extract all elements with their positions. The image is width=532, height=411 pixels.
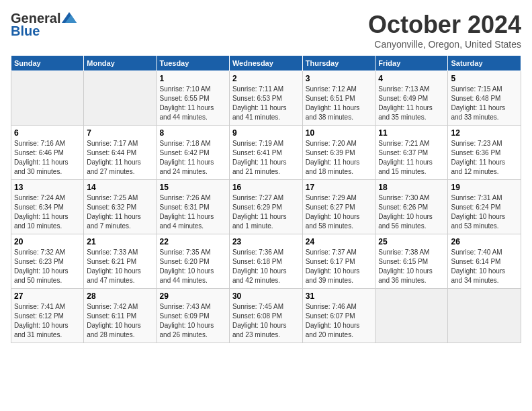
day-info: Sunrise: 7:38 AMSunset: 6:15 PMDaylight:… [378, 248, 445, 285]
day-number: 23 [232, 237, 300, 246]
calendar-cell [375, 289, 448, 343]
calendar-cell: 17Sunrise: 7:29 AMSunset: 6:27 PMDayligh… [302, 180, 375, 234]
day-number: 21 [87, 237, 153, 246]
calendar-week-row: 13Sunrise: 7:24 AMSunset: 6:34 PMDayligh… [11, 180, 521, 234]
day-info: Sunrise: 7:26 AMSunset: 6:31 PMDaylight:… [160, 193, 226, 231]
day-info: Sunrise: 7:12 AMSunset: 6:51 PMDaylight:… [306, 85, 373, 122]
day-number: 18 [378, 183, 445, 192]
calendar-week-row: 20Sunrise: 7:32 AMSunset: 6:23 PMDayligh… [11, 234, 521, 289]
calendar-cell: 3Sunrise: 7:12 AMSunset: 6:51 PMDaylight… [302, 71, 375, 126]
weekday-header: Tuesday [157, 56, 229, 71]
location-title: Canyonville, Oregon, United States [368, 39, 521, 50]
day-info: Sunrise: 7:19 AMSunset: 6:41 PMDaylight:… [232, 139, 300, 177]
day-info: Sunrise: 7:32 AMSunset: 6:23 PMDaylight:… [14, 248, 81, 285]
page-header: General Blue October 2024 Canyonville, O… [11, 11, 521, 50]
day-info: Sunrise: 7:20 AMSunset: 6:39 PMDaylight:… [306, 139, 373, 177]
calendar-week-row: 1Sunrise: 7:10 AMSunset: 6:55 PMDaylight… [11, 71, 521, 126]
calendar-cell: 24Sunrise: 7:37 AMSunset: 6:17 PMDayligh… [302, 234, 375, 289]
calendar-cell: 8Sunrise: 7:18 AMSunset: 6:42 PMDaylight… [157, 126, 229, 180]
day-info: Sunrise: 7:42 AMSunset: 6:11 PMDaylight:… [87, 302, 153, 340]
calendar-cell: 28Sunrise: 7:42 AMSunset: 6:11 PMDayligh… [84, 289, 157, 343]
calendar-cell [11, 71, 84, 126]
calendar-cell: 9Sunrise: 7:19 AMSunset: 6:41 PMDaylight… [229, 126, 302, 180]
weekday-header: Monday [84, 56, 157, 71]
day-number: 22 [160, 237, 226, 246]
calendar-cell: 1Sunrise: 7:10 AMSunset: 6:55 PMDaylight… [157, 71, 229, 126]
day-number: 4 [378, 74, 445, 83]
day-number: 24 [306, 237, 373, 246]
day-info: Sunrise: 7:18 AMSunset: 6:42 PMDaylight:… [160, 139, 226, 177]
day-number: 20 [14, 237, 81, 246]
calendar-cell: 11Sunrise: 7:21 AMSunset: 6:37 PMDayligh… [375, 126, 448, 180]
day-info: Sunrise: 7:46 AMSunset: 6:07 PMDaylight:… [306, 302, 373, 340]
weekday-header: Friday [375, 56, 448, 71]
calendar-cell: 10Sunrise: 7:20 AMSunset: 6:39 PMDayligh… [302, 126, 375, 180]
day-number: 28 [87, 291, 153, 301]
logo: General Blue [11, 11, 77, 39]
day-info: Sunrise: 7:33 AMSunset: 6:21 PMDaylight:… [87, 248, 153, 285]
weekday-header: Thursday [302, 56, 375, 71]
day-number: 3 [306, 74, 373, 83]
calendar-cell: 2Sunrise: 7:11 AMSunset: 6:53 PMDaylight… [229, 71, 302, 126]
day-info: Sunrise: 7:11 AMSunset: 6:53 PMDaylight:… [232, 85, 300, 122]
calendar-cell [448, 289, 521, 343]
day-info: Sunrise: 7:29 AMSunset: 6:27 PMDaylight:… [306, 193, 373, 231]
day-info: Sunrise: 7:36 AMSunset: 6:18 PMDaylight:… [232, 248, 300, 285]
day-number: 9 [232, 128, 300, 138]
calendar-cell: 6Sunrise: 7:16 AMSunset: 6:46 PMDaylight… [11, 126, 84, 180]
calendar-cell: 20Sunrise: 7:32 AMSunset: 6:23 PMDayligh… [11, 234, 84, 289]
day-number: 7 [87, 128, 153, 138]
day-info: Sunrise: 7:43 AMSunset: 6:09 PMDaylight:… [160, 302, 226, 340]
day-number: 12 [451, 128, 518, 138]
day-info: Sunrise: 7:13 AMSunset: 6:49 PMDaylight:… [378, 85, 445, 122]
day-info: Sunrise: 7:21 AMSunset: 6:37 PMDaylight:… [378, 139, 445, 177]
calendar-cell: 22Sunrise: 7:35 AMSunset: 6:20 PMDayligh… [157, 234, 229, 289]
day-info: Sunrise: 7:24 AMSunset: 6:34 PMDaylight:… [14, 193, 81, 231]
title-block: October 2024 Canyonville, Oregon, United… [368, 11, 521, 50]
weekday-header: Wednesday [229, 56, 302, 71]
day-number: 16 [232, 183, 300, 192]
day-number: 6 [14, 128, 81, 138]
logo-icon [62, 12, 77, 23]
calendar-cell [84, 71, 157, 126]
day-number: 15 [160, 183, 226, 192]
month-title: October 2024 [368, 11, 521, 39]
weekday-header: Saturday [448, 56, 521, 71]
day-number: 14 [87, 183, 153, 192]
calendar-cell: 15Sunrise: 7:26 AMSunset: 6:31 PMDayligh… [157, 180, 229, 234]
calendar-cell: 12Sunrise: 7:23 AMSunset: 6:36 PMDayligh… [448, 126, 521, 180]
day-info: Sunrise: 7:45 AMSunset: 6:08 PMDaylight:… [232, 302, 300, 340]
calendar-cell: 13Sunrise: 7:24 AMSunset: 6:34 PMDayligh… [11, 180, 84, 234]
day-info: Sunrise: 7:23 AMSunset: 6:36 PMDaylight:… [451, 139, 518, 177]
day-info: Sunrise: 7:15 AMSunset: 6:48 PMDaylight:… [451, 85, 518, 122]
day-number: 8 [160, 128, 226, 138]
calendar-cell: 29Sunrise: 7:43 AMSunset: 6:09 PMDayligh… [157, 289, 229, 343]
calendar-cell: 23Sunrise: 7:36 AMSunset: 6:18 PMDayligh… [229, 234, 302, 289]
calendar-cell: 5Sunrise: 7:15 AMSunset: 6:48 PMDaylight… [448, 71, 521, 126]
day-number: 30 [232, 291, 300, 301]
day-number: 25 [378, 237, 445, 246]
day-number: 27 [14, 291, 81, 301]
calendar-cell: 7Sunrise: 7:17 AMSunset: 6:44 PMDaylight… [84, 126, 157, 180]
day-number: 2 [232, 74, 300, 83]
calendar-cell: 18Sunrise: 7:30 AMSunset: 6:26 PMDayligh… [375, 180, 448, 234]
day-number: 1 [160, 74, 226, 83]
day-number: 29 [160, 291, 226, 301]
calendar-cell: 21Sunrise: 7:33 AMSunset: 6:21 PMDayligh… [84, 234, 157, 289]
day-info: Sunrise: 7:30 AMSunset: 6:26 PMDaylight:… [378, 193, 445, 231]
day-number: 5 [451, 74, 518, 83]
calendar-cell: 31Sunrise: 7:46 AMSunset: 6:07 PMDayligh… [302, 289, 375, 343]
day-number: 10 [306, 128, 373, 138]
calendar-week-row: 27Sunrise: 7:41 AMSunset: 6:12 PMDayligh… [11, 289, 521, 343]
calendar-cell: 14Sunrise: 7:25 AMSunset: 6:32 PMDayligh… [84, 180, 157, 234]
day-info: Sunrise: 7:27 AMSunset: 6:29 PMDaylight:… [232, 193, 300, 231]
day-number: 13 [14, 183, 81, 192]
day-number: 26 [451, 237, 518, 246]
calendar-cell: 16Sunrise: 7:27 AMSunset: 6:29 PMDayligh… [229, 180, 302, 234]
logo-blue: Blue [11, 24, 40, 39]
day-info: Sunrise: 7:37 AMSunset: 6:17 PMDaylight:… [306, 248, 373, 285]
calendar-cell: 26Sunrise: 7:40 AMSunset: 6:14 PMDayligh… [448, 234, 521, 289]
day-info: Sunrise: 7:17 AMSunset: 6:44 PMDaylight:… [87, 139, 153, 177]
weekday-header: Sunday [11, 56, 84, 71]
day-info: Sunrise: 7:10 AMSunset: 6:55 PMDaylight:… [160, 85, 226, 122]
